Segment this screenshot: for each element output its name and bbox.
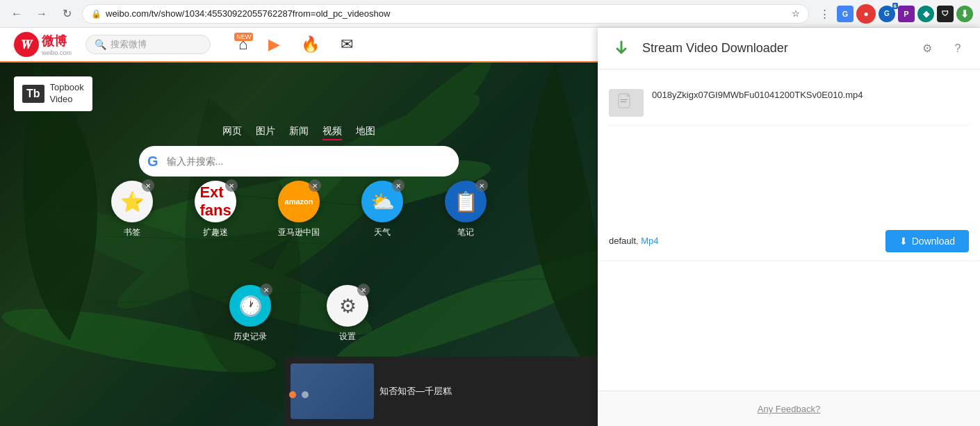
video-search: 网页 图片 新闻 视频 地图 G [139,125,459,177]
search-placeholder-text: 搜索微博 [111,38,147,51]
bookmark-history[interactable]: 🕐 ✕ 历史记录 [229,285,271,343]
search-input-row[interactable]: G [139,146,459,177]
popup-title: Stream Video Downloader [642,41,908,56]
fire-icon: 🔥 [301,35,320,54]
popup-help-button[interactable]: ? [947,38,969,60]
nav-item-message[interactable]: ✉ [341,35,353,54]
bookmark-settings-close[interactable]: ✕ [357,284,370,296]
ext-purple-p[interactable]: P [898,6,915,22]
new-badge: NEW [234,33,253,41]
bookmark-amazon-label: 亚马逊中国 [278,227,320,238]
bookmark-extfans-close[interactable]: ✕ [225,179,238,192]
download-row: default, Mp4 ⬇ Download [598,222,980,261]
bookmark-settings-label: 设置 [339,331,356,343]
settings-gear-icon: ⚙ [339,295,357,318]
nav-item-video[interactable]: ▶ [268,35,280,54]
bookmark-favorites-close[interactable]: ✕ [142,179,154,192]
weibo-nav: ⌂ NEW ▶ 🔥 ✉ [238,35,353,54]
video-icon: ▶ [268,35,280,54]
ext-teal[interactable]: ◆ [917,6,934,22]
bookmark-notes-close[interactable]: ✕ [475,179,488,192]
feedback-link[interactable]: Any Feedback? [758,404,820,414]
topbook-subtitle: Video [50,94,84,106]
tab-map[interactable]: 地图 [356,125,375,140]
page-dots [289,391,309,398]
bookmark-settings[interactable]: ⚙ ✕ 设置 [327,285,368,343]
ext-blue-g[interactable]: G6 [879,6,895,22]
star-bookmark-icon: ⭐ [120,190,145,213]
notes-icon: 📋 [454,190,478,213]
browser-chrome: ← → ↻ 🔒 weibo.com/tv/show/1034:455309220… [0,0,980,28]
bookmark-history-close[interactable]: ✕ [260,284,272,296]
bookmark-extfans[interactable]: Extfans ✕ 扩趣迷 [181,181,250,238]
ext-download-green[interactable]: ⬇ [956,6,973,22]
popup-body: 0018yZkigx07GI9MWbFu01041200TKSv0E010.mp… [598,69,980,222]
url-text: weibo.com/tv/show/1034:45530922055762287… [106,8,787,19]
weather-cloud-icon: ⛅ [370,190,395,213]
bookmark-weather[interactable]: ⛅ ✕ 天气 [348,181,417,238]
bookmark-settings-icon: ⚙ ✕ [327,285,368,327]
tab-images[interactable]: 图片 [256,125,275,140]
popup-settings-button[interactable]: ⚙ [916,38,938,60]
video-content: Tb Topbook Video 网页 图片 新闻 视频 地图 G [0,63,598,426]
search-tabs: 网页 图片 新闻 视频 地图 [139,125,459,140]
dot-inactive[interactable] [302,391,309,398]
popup-header: Stream Video Downloader ⚙ ? [598,28,980,69]
weibo-search-box[interactable]: 🔍 搜索微博 [85,35,211,54]
search-input[interactable] [167,156,459,167]
quality-default: default [609,236,636,246]
weibo-logo-text: 微博 weibo.com [42,33,72,56]
extension-popup: Stream Video Downloader ⚙ ? 0018yZkigx07… [598,28,980,426]
nav-item-hot[interactable]: 🔥 [301,35,320,54]
video-item-info: 0018yZkigx07GI9MWbFu01041200TKSv0E010.mp… [652,89,969,101]
video-title: 知否知否—千层糕 [379,385,452,398]
weibo-name: 微博 [42,33,72,49]
weibo-header: 𝑾 微博 weibo.com 🔍 搜索微博 ⌂ NEW ▶ [0,28,598,63]
extensions-button[interactable]: ⋮ [815,4,834,24]
bookmark-weather-label: 天气 [374,227,391,238]
dot-active[interactable] [289,391,296,398]
bookmark-extfans-icon: Extfans ✕ [195,181,236,222]
tab-news[interactable]: 新闻 [289,125,309,140]
tab-webpage[interactable]: 网页 [222,125,242,140]
google-logo: G [139,154,167,170]
bookmark-weather-icon: ⛅ ✕ [361,181,403,222]
quality-format: Mp4 [641,236,658,246]
bookmark-notes-label: 笔记 [457,227,474,238]
history-icon: 🕐 [238,295,263,318]
address-bar[interactable]: 🔒 weibo.com/tv/show/1034:455309220557622… [82,4,809,24]
bookmark-notes[interactable]: 📋 ✕ 笔记 [431,181,500,238]
download-button[interactable]: ⬇ Download [885,230,969,252]
search-icon: 🔍 [95,39,106,50]
bookmark-extfans-label: 扩趣迷 [203,227,228,238]
download-arrow-icon: ⬇ [899,236,908,247]
back-button[interactable]: ← [7,4,26,24]
bookmark-amazon-close[interactable]: ✕ [309,179,321,192]
ext-red[interactable]: ● [856,4,876,24]
tab-video[interactable]: 视频 [322,125,342,140]
browser-actions: ⋮ G ● G6 P ◆ 🛡 ⬇ [815,4,973,24]
download-button-label: Download [912,236,955,247]
weibo-page: 𝑾 微博 weibo.com 🔍 搜索微博 ⌂ NEW ▶ [0,28,598,426]
star-icon[interactable]: ☆ [792,8,800,19]
ext-dark-shield[interactable]: 🛡 [937,6,954,22]
nav-item-home[interactable]: ⌂ NEW [238,35,247,54]
ext-translate[interactable]: G [837,6,854,22]
main-content: 𝑾 微博 weibo.com 🔍 搜索微博 ⌂ NEW ▶ [0,28,980,426]
mail-icon: ✉ [341,35,353,54]
bookmark-weather-close[interactable]: ✕ [392,179,405,192]
amazon-icon: amazon [285,197,313,206]
refresh-button[interactable]: ↻ [57,4,76,24]
forward-button[interactable]: → [32,4,51,24]
bookmark-amazon[interactable]: amazon ✕ 亚马逊中国 [264,181,334,238]
bookmark-favorites-icon: ⭐ ✕ [111,181,153,222]
weibo-subname: weibo.com [42,49,72,56]
bookmark-favorites-label: 书签 [124,227,140,238]
bookmark-favorites[interactable]: ⭐ ✕ 书签 [97,181,167,238]
bookmarks-row1: ⭐ ✕ 书签 Extfans ✕ 扩趣迷 amazon [97,181,500,238]
topbook-logo: Tb Topbook Video [14,76,92,111]
bookmark-notes-icon: 📋 ✕ [445,181,487,222]
svg-rect-11 [621,99,628,100]
video-strip: 知否知否—千层糕 [285,357,598,426]
video-file-icon [616,92,637,113]
